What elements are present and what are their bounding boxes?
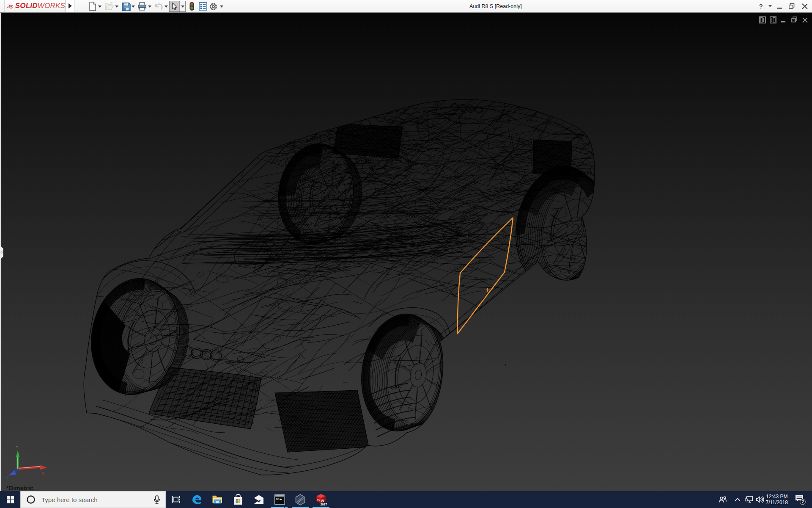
pane-toggle-left-icon[interactable]: [759, 16, 766, 24]
svg-text:Y: Y: [16, 445, 19, 449]
select-cursor-icon: [172, 3, 178, 10]
3ds-logo-icon: 3 S: [7, 0, 14, 11]
front-grille: [149, 367, 261, 429]
wordmark-solid: SOLID: [15, 2, 38, 10]
dropdown-caret-icon: [115, 6, 118, 8]
restore-window-button[interactable]: [786, 0, 798, 12]
action-center-icon: 2: [795, 494, 806, 505]
svg-text:Z: Z: [6, 476, 8, 480]
edrawings-button[interactable]: [290, 491, 310, 508]
dropdown-caret-icon: [165, 6, 168, 8]
tray-network-button[interactable]: [743, 491, 754, 508]
svg-text:X: X: [42, 471, 44, 475]
edrawings-icon: [295, 494, 306, 505]
save-button[interactable]: [121, 0, 131, 13]
save-dropdown[interactable]: [131, 0, 135, 13]
performance-evaluation-button[interactable]: [189, 0, 195, 13]
clock-time: 12:43 PM: [766, 494, 787, 500]
print-dropdown[interactable]: [148, 0, 152, 13]
minimize-icon: [777, 4, 782, 9]
open-button[interactable]: [104, 0, 114, 13]
print-button[interactable]: [137, 0, 147, 13]
notification-badge: 2: [801, 500, 804, 504]
settings-dropdown[interactable]: [219, 0, 224, 13]
svg-text:W: W: [321, 499, 324, 503]
dropdown-caret-icon: [148, 6, 151, 8]
search-placeholder: Type here to search: [41, 496, 98, 503]
solidworks-app: 3 S SOLIDWORKS Audi R8 S [Read-only] ? Y…: [0, 0, 812, 508]
taskbar-search[interactable]: Type here to search: [20, 491, 166, 508]
undo-dropdown[interactable]: [164, 0, 168, 13]
edge-button[interactable]: [187, 491, 207, 508]
document-window-controls: [759, 16, 809, 24]
minimize-window-button[interactable]: [774, 0, 786, 12]
options-report-button[interactable]: [198, 0, 208, 13]
file-explorer-icon: [212, 494, 223, 505]
dropdown-caret-icon: [132, 6, 135, 8]
svg-text:S: S: [317, 498, 320, 502]
select-tool-group: [169, 1, 186, 12]
file-explorer-button[interactable]: [207, 491, 228, 508]
people-icon: [719, 496, 727, 503]
pane-toggle-right-icon[interactable]: [770, 16, 777, 24]
new-document-button[interactable]: [88, 0, 97, 13]
new-document-dropdown[interactable]: [98, 0, 102, 13]
windows-logo-icon: [7, 496, 14, 503]
solidworks-2017-button[interactable]: SW2017: [311, 491, 331, 508]
select-tool-dropdown[interactable]: [181, 6, 184, 8]
microphone-icon[interactable]: [154, 495, 160, 505]
app-titlebar: 3 S SOLIDWORKS Audi R8 S [Read-only] ?: [0, 0, 812, 13]
solidworks-wordmark: SOLIDWORKS: [15, 2, 65, 10]
solidworks-logo: 3 S SOLIDWORKS: [4, 0, 66, 12]
task-view-button[interactable]: [166, 491, 186, 508]
graphics-viewport[interactable]: YXZ *Dimetric: [0, 13, 812, 491]
view-orientation-label: *Dimetric: [6, 485, 33, 491]
start-button[interactable]: [0, 491, 20, 508]
command-prompt-icon: C:\: [274, 494, 285, 505]
panel-flyout-tab[interactable]: [0, 244, 4, 261]
menu-expand-button[interactable]: [66, 0, 75, 12]
close-icon: [802, 3, 808, 9]
store-button[interactable]: [228, 491, 248, 508]
chevron-up-icon: [735, 497, 741, 502]
store-icon: [233, 494, 243, 505]
edge-icon: [191, 494, 202, 505]
mail-button[interactable]: [249, 491, 269, 508]
help-button[interactable]: ?: [755, 0, 766, 12]
open-dropdown[interactable]: [115, 0, 119, 13]
svg-text:2017: 2017: [321, 503, 327, 506]
close-window-button[interactable]: [798, 0, 812, 12]
reference-triad: YXZ: [6, 445, 47, 480]
task-view-icon: [171, 495, 181, 504]
minimize-document-icon[interactable]: [780, 16, 787, 24]
dropdown-caret-icon: [768, 5, 772, 7]
undo-button[interactable]: [154, 0, 164, 13]
volume-icon: [756, 496, 764, 503]
close-document-icon[interactable]: [801, 16, 809, 24]
action-center-button[interactable]: 2: [792, 491, 809, 508]
solidworks-2017-icon: SW2017: [315, 494, 327, 505]
dropdown-caret-icon: [98, 6, 102, 8]
window-controls: ?: [755, 0, 812, 12]
windows-taskbar: Type here to search C:\SW2017 2 12:43 PM…: [0, 491, 812, 508]
tray-people-button[interactable]: [716, 491, 729, 508]
restore-icon: [789, 3, 795, 9]
network-icon: [745, 496, 753, 503]
help-dropdown[interactable]: [766, 0, 774, 12]
select-tool-button[interactable]: [170, 1, 180, 11]
command-prompt-button[interactable]: C:\: [269, 491, 290, 508]
restore-document-icon[interactable]: [791, 16, 798, 24]
expand-arrow-icon: [68, 3, 72, 9]
help-icon: ?: [759, 3, 763, 10]
mail-icon: [253, 494, 264, 505]
wireframe-car: [82, 45, 676, 475]
sketch-cursor-cross: [486, 288, 490, 292]
tray-hidden-icons-button[interactable]: [732, 491, 743, 508]
document-title: Audi R8 S [Read-only]: [469, 0, 522, 12]
taskbar-clock[interactable]: 12:43 PM 7/11/2018: [766, 491, 788, 508]
tray-volume-button[interactable]: [754, 491, 765, 508]
settings-button[interactable]: [208, 0, 218, 13]
wordmark-works: WORKS: [38, 2, 65, 10]
stray-vertex-dot: [505, 364, 506, 365]
clock-date: 7/11/2018: [766, 500, 788, 505]
